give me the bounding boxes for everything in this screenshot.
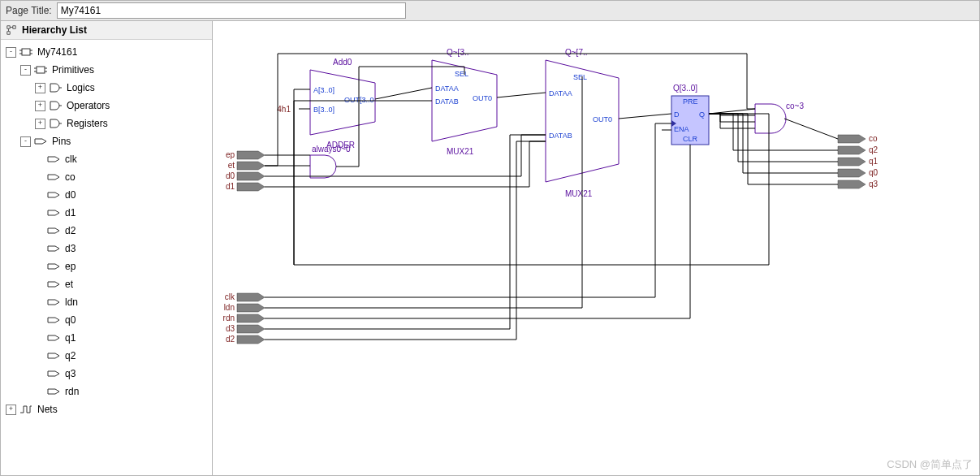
svg-text:OUT0: OUT0 bbox=[593, 115, 612, 123]
input-pin-ldn[interactable] bbox=[237, 304, 265, 312]
expand-icon[interactable]: + bbox=[6, 405, 16, 415]
tree-item-ops[interactable]: +Operators bbox=[2, 97, 210, 115]
tree-item-d1[interactable]: d1 bbox=[2, 204, 210, 222]
collapse-icon[interactable]: - bbox=[6, 47, 16, 58]
tree-item-co[interactable]: co bbox=[2, 168, 210, 186]
tree-spacer bbox=[35, 227, 44, 236]
tree-item-label: d1 bbox=[63, 207, 77, 219]
output-pin-q1[interactable] bbox=[838, 158, 866, 166]
tree-item-label: q0 bbox=[63, 314, 77, 326]
page-title-input[interactable] bbox=[57, 2, 406, 19]
schematic-svg[interactable]: epetd0d1clkldnrdnd3d2coq2q1q0q3Add0A[3..… bbox=[213, 21, 976, 475]
input-pin-d3[interactable] bbox=[237, 325, 265, 333]
hierarchy-tree[interactable]: -My74161-Primitives+Logics+Operators+Reg… bbox=[1, 40, 212, 475]
and-co-block[interactable] bbox=[755, 104, 786, 133]
tree-item-label: q2 bbox=[63, 350, 77, 361]
page-title-label: Page Title: bbox=[6, 5, 52, 16]
input-pin-d2[interactable] bbox=[237, 335, 265, 344]
collapse-icon[interactable]: - bbox=[20, 65, 31, 76]
tree-spacer bbox=[35, 262, 44, 271]
tree-item-label: Primitives bbox=[50, 64, 96, 76]
svg-text:Add0: Add0 bbox=[333, 58, 352, 67]
svg-text:ldn: ldn bbox=[224, 303, 235, 312]
tree-item-label: clk bbox=[63, 154, 79, 165]
tree-item-logics[interactable]: +Logics bbox=[2, 79, 210, 97]
svg-text:q3: q3 bbox=[869, 180, 879, 188]
tree-spacer bbox=[35, 173, 44, 182]
tree-item-label: q1 bbox=[63, 332, 77, 344]
tree-item-label: Registers bbox=[65, 118, 110, 129]
tree-spacer bbox=[35, 387, 44, 396]
pin-icon bbox=[47, 207, 60, 219]
input-pin-d1[interactable] bbox=[237, 183, 265, 191]
svg-text:d1: d1 bbox=[226, 182, 235, 191]
tree-item-label: ep bbox=[63, 261, 77, 272]
tree-item-regs[interactable]: +Registers bbox=[2, 115, 210, 132]
svg-rect-5 bbox=[37, 67, 45, 73]
pin-icon bbox=[47, 332, 60, 344]
tree-item-d2[interactable]: d2 bbox=[2, 222, 210, 240]
pin-icon bbox=[47, 261, 60, 272]
output-pin-co[interactable] bbox=[838, 135, 866, 143]
input-pin-d0[interactable] bbox=[237, 172, 265, 180]
tree-item-ep[interactable]: ep bbox=[2, 257, 210, 275]
hierarchy-panel-header: Hierarchy List bbox=[1, 21, 212, 40]
input-pin-ep[interactable] bbox=[237, 151, 265, 159]
svg-text:d3: d3 bbox=[226, 324, 235, 333]
tree-item-label: d2 bbox=[63, 225, 77, 236]
input-pin-rdn[interactable] bbox=[237, 314, 265, 322]
svg-text:MUX21: MUX21 bbox=[447, 147, 474, 156]
tree-spacer bbox=[35, 316, 44, 325]
svg-text:D: D bbox=[674, 110, 680, 119]
tree-item-prim[interactable]: -Primitives bbox=[2, 61, 210, 79]
svg-text:always0~0: always0~0 bbox=[312, 145, 351, 154]
expand-icon[interactable]: + bbox=[35, 83, 45, 93]
svg-text:d2: d2 bbox=[226, 335, 235, 344]
pin-icon bbox=[47, 368, 60, 379]
collapse-icon[interactable]: - bbox=[20, 136, 31, 147]
tree-item-label: Operators bbox=[65, 100, 111, 111]
tree-item-label: Logics bbox=[65, 82, 97, 93]
schematic-canvas[interactable]: epetd0d1clkldnrdnd3d2coq2q1q0q3Add0A[3..… bbox=[213, 21, 979, 475]
tree-item-q2[interactable]: q2 bbox=[2, 347, 210, 365]
tree-item-d3[interactable]: d3 bbox=[2, 240, 210, 257]
chip-icon bbox=[34, 64, 47, 76]
output-pin-q2[interactable] bbox=[838, 146, 866, 154]
svg-text:rdn: rdn bbox=[223, 314, 235, 322]
svg-text:B[3..0]: B[3..0] bbox=[313, 106, 335, 114]
tree-item-rdn[interactable]: rdn bbox=[2, 383, 210, 400]
tree-spacer bbox=[35, 191, 44, 200]
tree-spacer bbox=[35, 370, 44, 379]
expand-icon[interactable]: + bbox=[35, 101, 45, 111]
input-pin-clk[interactable] bbox=[237, 293, 265, 301]
tree-item-label: et bbox=[63, 279, 75, 290]
tree-item-root[interactable]: -My74161 bbox=[2, 43, 210, 61]
svg-text:co: co bbox=[869, 134, 878, 143]
svg-text:d0: d0 bbox=[226, 171, 235, 180]
gate-icon bbox=[49, 118, 62, 129]
output-pin-q0[interactable] bbox=[838, 169, 866, 177]
tree-item-pins[interactable]: -Pins bbox=[2, 132, 210, 150]
tree-item-d0[interactable]: d0 bbox=[2, 186, 210, 204]
tree-item-ldn[interactable]: ldn bbox=[2, 293, 210, 311]
expand-icon[interactable]: + bbox=[35, 119, 45, 129]
pin-icon bbox=[47, 243, 60, 254]
tree-item-et[interactable]: et bbox=[2, 275, 210, 293]
tree-item-label: d3 bbox=[63, 243, 77, 254]
tree-item-q0[interactable]: q0 bbox=[2, 311, 210, 329]
pin-icon bbox=[47, 314, 60, 326]
svg-text:Q: Q bbox=[699, 110, 705, 119]
tree-item-clk[interactable]: clk bbox=[2, 150, 210, 168]
svg-text:MUX21: MUX21 bbox=[565, 189, 593, 198]
svg-text:DATAB: DATAB bbox=[549, 132, 572, 140]
tree-item-nets[interactable]: +Nets bbox=[2, 400, 210, 418]
svg-text:q2: q2 bbox=[869, 145, 879, 154]
input-pin-et[interactable] bbox=[237, 162, 265, 170]
tree-spacer bbox=[35, 155, 44, 164]
pin-icon bbox=[47, 350, 60, 361]
tree-item-q3[interactable]: q3 bbox=[2, 365, 210, 383]
and-always-block[interactable] bbox=[310, 155, 336, 178]
output-pin-q3[interactable] bbox=[838, 180, 866, 188]
tree-item-q1[interactable]: q1 bbox=[2, 329, 210, 347]
tree-item-label: q3 bbox=[63, 368, 77, 379]
